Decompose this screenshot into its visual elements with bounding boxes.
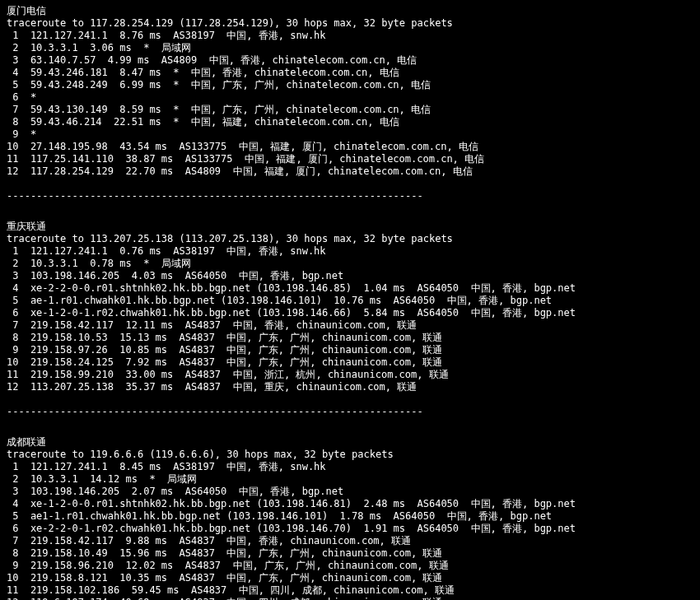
trace-hop: 8 219.158.10.49 15.96 ms AS4837 中国, 广东, … <box>7 547 693 560</box>
trace-hop: 10 219.158.8.121 10.35 ms AS4837 中国, 广东,… <box>7 572 693 584</box>
trace-hop: 8 219.158.10.53 15.13 ms AS4837 中国, 广东, … <box>7 332 693 344</box>
trace-hop: 6 xe-2-2-0-1.r02.chwahk01.hk.bb.bgp.net … <box>7 523 693 535</box>
trace-block: 厦门电信traceroute to 117.28.254.129 (117.28… <box>7 5 693 202</box>
trace-hop: 2 10.3.3.1 3.06 ms * 局域网 <box>7 42 693 54</box>
trace-hop: 4 xe-2-2-0-0.r01.shtnhk02.hk.bb.bgp.net … <box>7 282 693 295</box>
trace-hop: 2 10.3.3.1 14.12 ms * 局域网 <box>7 473 693 486</box>
trace-hop: 1 121.127.241.1 8.45 ms AS38197 中国, 香港, … <box>7 461 693 473</box>
trace-hop: 5 ae1-1.r01.chwahk01.hk.bb.bgp.net (103.… <box>7 510 693 523</box>
trace-hop: 3 103.198.146.205 2.07 ms AS64050 中国, 香港… <box>7 486 693 498</box>
trace-header: traceroute to 119.6.6.6 (119.6.6.6), 30 … <box>7 449 693 461</box>
trace-hop: 6 xe-1-2-0-1.r02.chwahk01.hk.bb.bgp.net … <box>7 307 693 319</box>
trace-block: 重庆联通traceroute to 113.207.25.138 (113.20… <box>7 221 693 418</box>
trace-header: traceroute to 117.28.254.129 (117.28.254… <box>7 17 693 30</box>
trace-hop: 9 219.158.97.26 10.85 ms AS4837 中国, 广东, … <box>7 344 693 356</box>
trace-hop: 9 * <box>7 128 693 141</box>
trace-header: traceroute to 113.207.25.138 (113.207.25… <box>7 233 693 245</box>
separator: ----------------------------------------… <box>7 178 693 202</box>
trace-hop: 11 219.158.102.186 59.45 ms AS4837 中国, 四… <box>7 584 693 597</box>
trace-hop: 3 63.140.7.57 4.99 ms AS4809 中国, 香港, chi… <box>7 54 693 67</box>
trace-hop: 11 219.158.99.210 33.00 ms AS4837 中国, 浙江… <box>7 369 693 381</box>
trace-hop: 1 121.127.241.1 0.76 ms AS38197 中国, 香港, … <box>7 245 693 258</box>
trace-hop: 1 121.127.241.1 8.76 ms AS38197 中国, 香港, … <box>7 30 693 42</box>
trace-hop: 12 119.6.197.174 40.69 ms AS4837 中国, 四川,… <box>7 597 693 600</box>
trace-hop: 5 59.43.248.249 6.99 ms * 中国, 广东, 广州, ch… <box>7 79 693 91</box>
trace-title: 重庆联通 <box>7 221 693 233</box>
trace-title: 成都联通 <box>7 436 693 449</box>
trace-hop: 9 219.158.96.210 12.02 ms AS4837 中国, 广东,… <box>7 560 693 572</box>
trace-hop: 7 219.158.42.117 12.11 ms AS4837 中国, 香港,… <box>7 319 693 332</box>
trace-hop: 12 117.28.254.129 22.70 ms AS4809 中国, 福建… <box>7 165 693 178</box>
trace-hop: 7 59.43.130.149 8.59 ms * 中国, 广东, 广州, ch… <box>7 104 693 116</box>
trace-block: 成都联通traceroute to 119.6.6.6 (119.6.6.6),… <box>7 436 693 600</box>
trace-title: 厦门电信 <box>7 5 693 17</box>
trace-hop: 6 * <box>7 91 693 104</box>
trace-hop: 4 59.43.246.181 8.47 ms * 中国, 香港, chinat… <box>7 67 693 79</box>
trace-hop: 8 59.43.46.214 22.51 ms * 中国, 福建, chinat… <box>7 116 693 128</box>
trace-hop: 2 10.3.3.1 0.78 ms * 局域网 <box>7 258 693 270</box>
trace-hop: 10 219.158.24.125 7.92 ms AS4837 中国, 广东,… <box>7 356 693 369</box>
separator: ----------------------------------------… <box>7 393 693 418</box>
terminal-output: 厦门电信traceroute to 117.28.254.129 (117.28… <box>0 0 700 600</box>
trace-hop: 12 113.207.25.138 35.37 ms AS4837 中国, 重庆… <box>7 381 693 393</box>
trace-hop: 10 27.148.195.98 43.54 ms AS133775 中国, 福… <box>7 141 693 153</box>
trace-hop: 7 219.158.42.117 9.88 ms AS4837 中国, 香港, … <box>7 535 693 547</box>
trace-hop: 3 103.198.146.205 4.03 ms AS64050 中国, 香港… <box>7 270 693 282</box>
trace-hop: 4 xe-1-2-0-0.r01.shtnhk02.hk.bb.bgp.net … <box>7 498 693 510</box>
trace-hop: 5 ae-1.r01.chwahk01.hk.bb.bgp.net (103.1… <box>7 295 693 307</box>
trace-hop: 11 117.25.141.110 38.87 ms AS133775 中国, … <box>7 153 693 165</box>
